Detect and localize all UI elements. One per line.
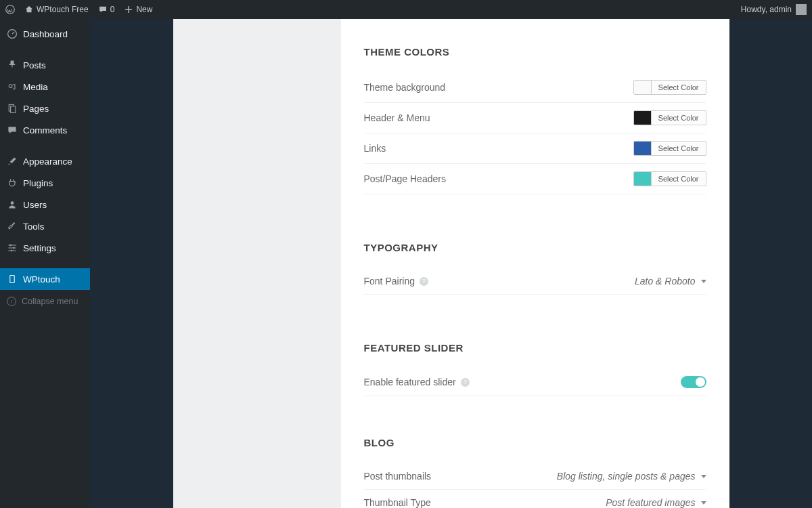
wrench-icon [7, 221, 18, 232]
wp-logo[interactable] [5, 5, 15, 14]
chevron-down-icon [701, 475, 706, 478]
section-title-blog: BLOG [364, 437, 706, 448]
sliders-icon [7, 242, 18, 253]
sidebar-item-dashboard[interactable]: Dashboard [0, 23, 90, 45]
thumbnail-type-select[interactable]: Post featured images [606, 497, 706, 508]
section-title-slider: FEATURED SLIDER [364, 342, 706, 354]
svg-rect-4 [11, 106, 16, 113]
pin-icon [7, 60, 18, 70]
site-name: WPtouch Free [37, 5, 89, 14]
sidebar-item-pages[interactable]: Pages [0, 98, 90, 119]
row-label: Header & Menu [364, 112, 430, 123]
row-label: Post/Page Headers [364, 173, 446, 184]
toggle-knob [696, 377, 705, 387]
sidebar-item-users[interactable]: Users [0, 194, 90, 215]
font-pairing-label: Font Pairing [364, 276, 415, 287]
sidebar-item-media[interactable]: Media [0, 76, 90, 98]
enable-slider-toggle[interactable] [681, 376, 706, 388]
select-color-button[interactable]: Select Color [652, 142, 706, 154]
help-icon[interactable]: ? [420, 277, 428, 286]
svg-point-7 [13, 247, 14, 249]
comment-icon [98, 5, 108, 14]
pages-icon [7, 103, 18, 114]
color-swatch [634, 172, 652, 186]
sidebar-item-plugins[interactable]: Plugins [0, 172, 90, 194]
row-label: Thumbnail Type [364, 497, 431, 508]
select-color-button[interactable]: Select Color [652, 81, 706, 93]
sidebar-item-label: Media [23, 82, 48, 92]
sidebar-item-label: WPtouch [23, 274, 60, 284]
comments-count: 0 [110, 5, 115, 14]
row-post-headers: Post/Page Headers Select Color [364, 164, 706, 194]
svg-point-2 [9, 85, 12, 88]
color-swatch [634, 142, 652, 155]
new-label: New [136, 5, 152, 14]
howdy-text: Howdy, admin [741, 5, 792, 14]
account-link[interactable]: Howdy, admin [741, 4, 807, 15]
color-picker-links[interactable]: Select Color [633, 141, 706, 156]
help-icon[interactable]: ? [461, 378, 470, 387]
section-title-typography: TYPOGRAPHY [364, 242, 706, 253]
font-pairing-select[interactable]: Lato & Roboto [635, 276, 706, 287]
sidebar-item-tools[interactable]: Tools [0, 215, 90, 237]
new-link[interactable]: New [124, 5, 152, 14]
settings-nav-panel [173, 19, 341, 508]
row-label: Post thumbnails [364, 471, 432, 482]
select-value: Lato & Roboto [635, 276, 696, 287]
site-name-link[interactable]: WPtouch Free [24, 5, 89, 14]
comments-icon [7, 125, 18, 135]
admin-sidebar: Dashboard Posts Media Pages Comments App… [0, 19, 90, 508]
collapse-menu[interactable]: Collapse menu [0, 290, 90, 313]
row-label: Enable featured slider ? [364, 377, 470, 387]
sidebar-item-label: Dashboard [23, 29, 68, 39]
row-label: Links [364, 143, 386, 154]
home-icon [24, 5, 34, 14]
sidebar-item-label: Posts [23, 60, 46, 70]
sidebar-item-wptouch[interactable]: WPtouch [0, 268, 90, 290]
sidebar-item-label: Users [23, 200, 47, 210]
row-label: Theme background [364, 82, 446, 93]
admin-bar: WPtouch Free 0 New Howdy, admin [0, 0, 812, 19]
sidebar-item-label: Tools [23, 221, 45, 232]
row-label: Font Pairing ? [364, 276, 428, 287]
settings-content-panel: THEME COLORS Theme background Select Col… [341, 19, 729, 508]
select-color-button[interactable]: Select Color [652, 173, 706, 185]
color-picker-background[interactable]: Select Color [633, 80, 706, 95]
collapse-label: Collapse menu [22, 297, 78, 306]
select-color-button[interactable]: Select Color [652, 112, 706, 124]
row-header-menu: Header & Menu Select Color [364, 103, 706, 133]
comments-link[interactable]: 0 [98, 5, 115, 14]
work-area: THEME COLORS Theme background Select Col… [90, 19, 812, 508]
row-post-thumbnails: Post thumbnails Blog listing, single pos… [364, 463, 706, 490]
dashboard-icon [7, 28, 18, 39]
row-links: Links Select Color [364, 133, 706, 164]
sidebar-item-label: Pages [23, 104, 49, 114]
row-font-pairing: Font Pairing ? Lato & Roboto [364, 268, 706, 295]
row-enable-slider: Enable featured slider ? [364, 368, 706, 396]
plus-icon [124, 5, 133, 14]
color-picker-postheaders[interactable]: Select Color [633, 171, 706, 186]
color-picker-header[interactable]: Select Color [633, 110, 706, 125]
section-title-colors: THEME COLORS [364, 46, 706, 58]
wordpress-icon [5, 5, 15, 14]
row-theme-background: Theme background Select Color [364, 72, 706, 103]
svg-rect-9 [10, 275, 14, 282]
sidebar-item-comments[interactable]: Comments [0, 119, 90, 141]
wptouch-icon [7, 274, 18, 284]
collapse-icon [7, 297, 16, 306]
select-value: Blog listing, single posts & pages [557, 471, 696, 482]
color-swatch [634, 81, 652, 94]
sidebar-item-posts[interactable]: Posts [0, 54, 90, 76]
sidebar-item-label: Settings [23, 243, 56, 253]
enable-slider-label: Enable featured slider [364, 377, 456, 387]
chevron-down-icon [701, 280, 706, 283]
sidebar-item-label: Plugins [23, 178, 53, 188]
brush-icon [7, 156, 18, 167]
post-thumbnails-select[interactable]: Blog listing, single posts & pages [557, 471, 706, 482]
svg-point-8 [11, 250, 12, 251]
svg-point-0 [6, 5, 15, 14]
color-swatch [634, 111, 652, 125]
sidebar-item-appearance[interactable]: Appearance [0, 150, 90, 172]
sidebar-item-settings[interactable]: Settings [0, 237, 90, 259]
svg-point-6 [9, 245, 11, 246]
